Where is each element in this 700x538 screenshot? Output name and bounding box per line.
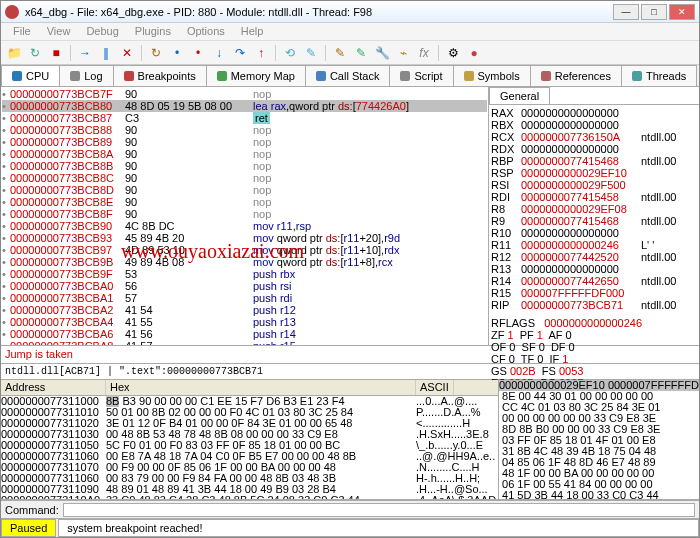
menu-debug[interactable]: Debug bbox=[78, 23, 126, 40]
disasm-row[interactable]: •00000000773BCB8890nop bbox=[2, 124, 487, 136]
comment-icon[interactable]: ✎ bbox=[352, 44, 370, 62]
disassembly-view[interactable]: •00000000773BCB7F90nop•00000000773BCB804… bbox=[1, 87, 489, 345]
tab-log[interactable]: Log bbox=[59, 65, 113, 86]
pause-icon[interactable]: ‖ bbox=[97, 44, 115, 62]
plugin1-icon[interactable]: ⟲ bbox=[281, 44, 299, 62]
status-bar: Paused system breakpoint reached! bbox=[1, 518, 699, 536]
disasm-row[interactable]: •00000000773BCB9B49 89 4B 08mov qword pt… bbox=[2, 256, 487, 268]
tab-icon bbox=[400, 71, 410, 81]
registers-panel: General RAX0000000000000000RBX0000000000… bbox=[489, 87, 699, 345]
toolbar: 📁 ↻ ■ → ‖ ✕ ↻ • • ↓ ↷ ↑ ⟲ ✎ ✎ ✎ 🔧 ⌁ fx ⚙… bbox=[1, 41, 699, 65]
disasm-row[interactable]: •00000000773BCB8A90nop bbox=[2, 148, 487, 160]
settings-icon[interactable]: ⚙ bbox=[444, 44, 462, 62]
restart-icon[interactable]: ↻ bbox=[147, 44, 165, 62]
stop-icon[interactable]: ■ bbox=[47, 44, 65, 62]
close2-icon[interactable]: ✕ bbox=[118, 44, 136, 62]
reg-row[interactable]: R110000000000000246L' ' bbox=[491, 239, 697, 251]
refresh-icon[interactable]: ↻ bbox=[26, 44, 44, 62]
step2-icon[interactable]: • bbox=[189, 44, 207, 62]
tab-memory-map[interactable]: Memory Map bbox=[206, 65, 306, 86]
maximize-button[interactable]: □ bbox=[641, 4, 667, 20]
menu-bar: FileViewDebugPluginsOptionsHelp bbox=[1, 23, 699, 41]
reg-row[interactable]: RIP00000000773BCB71ntdll.00 bbox=[491, 299, 697, 311]
reg-row[interactable]: R8 0000000000029EF08 bbox=[491, 203, 697, 215]
disasm-row[interactable]: •00000000773BCB8C90nop bbox=[2, 172, 487, 184]
hex-dump[interactable]: Address Hex ASCII 00000000773110008B B3 … bbox=[1, 380, 499, 499]
tab-script[interactable]: Script bbox=[389, 65, 453, 86]
status-message: system breakpoint reached! bbox=[58, 519, 699, 537]
tab-breakpoints[interactable]: Breakpoints bbox=[113, 65, 207, 86]
flag-row: OF 0 SF 0 DF 0 bbox=[491, 341, 697, 353]
disasm-row[interactable]: •00000000773BCB8D90nop bbox=[2, 184, 487, 196]
dump-row[interactable]: 00000000773110A033 C0 48 83 C4 28 C3 48 … bbox=[1, 495, 498, 499]
stepover-icon[interactable]: ↷ bbox=[231, 44, 249, 62]
menu-plugins[interactable]: Plugins bbox=[127, 23, 179, 40]
tool1-icon[interactable]: 🔧 bbox=[373, 44, 391, 62]
reg-row[interactable]: R130000000000000000 bbox=[491, 263, 697, 275]
disasm-row[interactable]: •00000000773BCB8990nop bbox=[2, 136, 487, 148]
disasm-row[interactable]: •00000000773BCB9F53push rbx bbox=[2, 268, 487, 280]
app-icon bbox=[5, 5, 19, 19]
disasm-row[interactable]: •00000000773BCB7F90nop bbox=[2, 88, 487, 100]
menu-view[interactable]: View bbox=[39, 23, 79, 40]
disasm-row[interactable]: •00000000773BCB9345 89 4B 20mov qword pt… bbox=[2, 232, 487, 244]
disasm-row[interactable]: •00000000773BCB8E90nop bbox=[2, 196, 487, 208]
disasm-row[interactable]: •00000000773BCB87C3ret bbox=[2, 112, 487, 124]
disasm-row[interactable]: •00000000773BCBA157push rdi bbox=[2, 292, 487, 304]
tab-icon bbox=[217, 71, 227, 81]
reg-row[interactable]: R100000000000000000 bbox=[491, 227, 697, 239]
disasm-row[interactable]: •00000000773BCB974D 89 53 10mov qword pt… bbox=[2, 244, 487, 256]
reg-row[interactable]: RBX0000000000000000 bbox=[491, 119, 697, 131]
minimize-button[interactable]: — bbox=[613, 4, 639, 20]
patch-icon[interactable]: ✎ bbox=[331, 44, 349, 62]
stack-view[interactable]: 0000000000029EF10 0000007FFFFFFDF000 8E … bbox=[499, 380, 699, 499]
tab-references[interactable]: References bbox=[530, 65, 622, 86]
script-icon[interactable]: ⌁ bbox=[394, 44, 412, 62]
tab-general[interactable]: General bbox=[489, 87, 550, 104]
reg-row[interactable]: RDI0000000077415458ntdll.00 bbox=[491, 191, 697, 203]
reg-row[interactable]: RCX000000007736150Antdll.00 bbox=[491, 131, 697, 143]
tab-icon bbox=[70, 71, 80, 81]
reg-row[interactable]: R120000000077442520ntdll.00 bbox=[491, 251, 697, 263]
fx-icon[interactable]: fx bbox=[415, 44, 433, 62]
menu-options[interactable]: Options bbox=[179, 23, 233, 40]
disasm-row[interactable]: •00000000773BCB8B90nop bbox=[2, 160, 487, 172]
stepout-icon[interactable]: ↑ bbox=[252, 44, 270, 62]
reg-row[interactable]: RDX0000000000000000 bbox=[491, 143, 697, 155]
tab-symbols[interactable]: Symbols bbox=[453, 65, 531, 86]
reg-row[interactable]: R9 0000000077415468ntdll.00 bbox=[491, 215, 697, 227]
reg-row[interactable]: RSI0000000000029F500 bbox=[491, 179, 697, 191]
menu-help[interactable]: Help bbox=[233, 23, 272, 40]
plugin2-icon[interactable]: ✎ bbox=[302, 44, 320, 62]
tab-threads[interactable]: Threads bbox=[621, 65, 697, 86]
close-button[interactable]: ✕ bbox=[669, 4, 695, 20]
title-bar: x64_dbg - File: x64_dbg.exe - PID: 880 -… bbox=[1, 1, 699, 23]
tab-call-stack[interactable]: Call Stack bbox=[305, 65, 391, 86]
reg-row[interactable]: R140000000077442650ntdll.00 bbox=[491, 275, 697, 287]
command-bar: Command: bbox=[1, 500, 699, 518]
reg-row[interactable]: RBP0000000077415468ntdll.00 bbox=[491, 155, 697, 167]
stepinto-icon[interactable]: ↓ bbox=[210, 44, 228, 62]
reg-row[interactable]: RSP0000000000029EF10 bbox=[491, 167, 697, 179]
disasm-row[interactable]: •00000000773BCB8048 8D 05 19 5B 08 00lea… bbox=[2, 100, 487, 112]
flag-row: ZF 1 PF 1 AF 0 bbox=[491, 329, 697, 341]
status-state: Paused bbox=[1, 519, 56, 537]
menu-file[interactable]: File bbox=[5, 23, 39, 40]
command-input[interactable] bbox=[63, 503, 695, 517]
disasm-row[interactable]: •00000000773BCB8F90nop bbox=[2, 208, 487, 220]
disasm-row[interactable]: •00000000773BCBA641 56push r14 bbox=[2, 328, 487, 340]
about-icon[interactable]: ● bbox=[465, 44, 483, 62]
tab-cpu[interactable]: CPU bbox=[1, 65, 60, 86]
stack-row[interactable]: 41 5D 3B 44 18 00 33 C0 C3 44 bbox=[499, 490, 699, 499]
disasm-row[interactable]: •00000000773BCB904C 8B DCmov r11,rsp bbox=[2, 220, 487, 232]
reg-row[interactable]: RAX0000000000000000 bbox=[491, 107, 697, 119]
reg-row[interactable]: R15000007FFFFFDF000 bbox=[491, 287, 697, 299]
run-icon[interactable]: → bbox=[76, 44, 94, 62]
disasm-row[interactable]: •00000000773BCBA441 55push r13 bbox=[2, 316, 487, 328]
disasm-row[interactable]: •00000000773BCBA841 57push r15 bbox=[2, 340, 487, 345]
tab-icon bbox=[464, 71, 474, 81]
step-icon[interactable]: • bbox=[168, 44, 186, 62]
open-icon[interactable]: 📁 bbox=[5, 44, 23, 62]
disasm-row[interactable]: •00000000773BCBA056push rsi bbox=[2, 280, 487, 292]
disasm-row[interactable]: •00000000773BCBA241 54push r12 bbox=[2, 304, 487, 316]
